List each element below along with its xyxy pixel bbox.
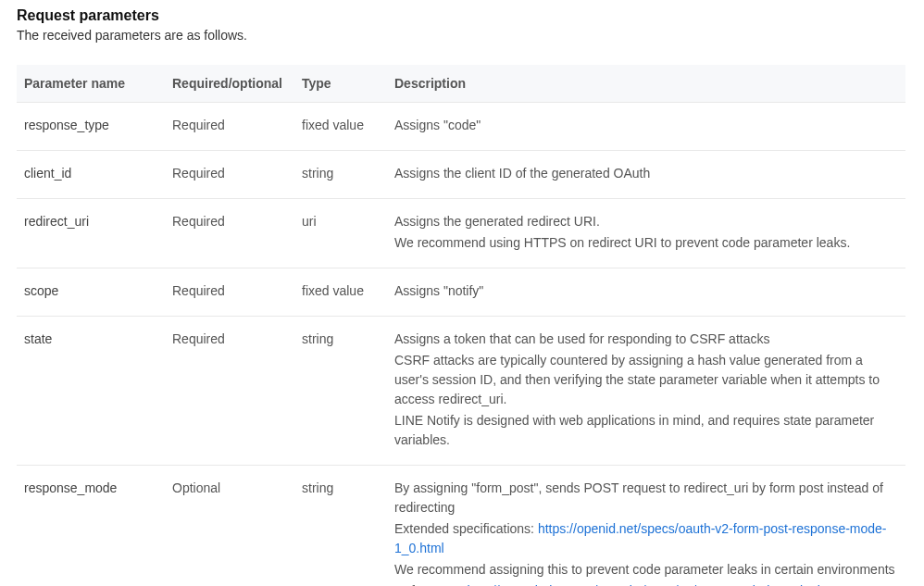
cell-required: Required [165,268,294,317]
description-line: Assigns the client ID of the generated O… [394,164,898,183]
header-required: Required/optional [165,65,294,103]
table-row: response_modeOptionalstringBy assigning … [17,466,905,587]
table-header-row: Parameter name Required/optional Type De… [17,65,905,103]
parameters-table: Parameter name Required/optional Type De… [17,65,905,586]
cell-required: Optional [165,466,294,587]
cell-type: string [294,466,387,587]
description-text: Extended specifications: [394,521,538,536]
description-line: We recommend assigning this to prevent c… [394,560,898,580]
cell-name: response_mode [17,466,165,587]
header-type: Type [294,65,387,103]
cell-description: By assigning "form_post", sends POST req… [387,466,905,587]
cell-name: redirect_uri [17,199,165,268]
cell-type: uri [294,199,387,268]
cell-required: Required [165,199,294,268]
description-text: CSRF attacks are typically countered by … [394,353,880,406]
cell-description: Assigns the client ID of the generated O… [387,151,905,199]
cell-name: state [17,317,165,466]
cell-type: string [294,317,387,466]
description-text: We recommend assigning this to prevent c… [394,562,895,577]
cell-description: Assigns "notify" [387,268,905,317]
cell-description: Assigns "code" [387,103,905,151]
description-text: Assigns the client ID of the generated O… [394,166,650,181]
cell-required: Required [165,317,294,466]
description-text: We recommend using HTTPS on redirect URI… [394,235,850,250]
header-description: Description [387,65,905,103]
description-line: Assigns the generated redirect URI. [394,212,898,231]
description-text: By assigning "form_post", sends POST req… [394,480,883,515]
description-text: Assigns the generated redirect URI. [394,214,600,229]
description-line: Assigns "code" [394,116,898,135]
description-line: Reference：http://arstechnica.com/securit… [394,581,898,586]
section-heading: Request parameters [17,7,907,24]
description-line: LINE Notify is designed with web applica… [394,411,898,450]
description-line: Assigns "notify" [394,281,898,301]
cell-name: client_id [17,151,165,199]
table-row: client_idRequiredstringAssigns the clien… [17,151,905,199]
cell-type: string [294,151,387,199]
cell-name: scope [17,268,165,317]
description-line: By assigning "form_post", sends POST req… [394,479,898,517]
cell-description: Assigns a token that can be used for res… [387,317,905,466]
table-row: response_typeRequiredfixed valueAssigns … [17,103,905,151]
cell-type: fixed value [294,103,387,151]
cell-description: Assigns the generated redirect URI.We re… [387,199,905,268]
description-line: CSRF attacks are typically countered by … [394,351,898,409]
cell-name: response_type [17,103,165,151]
description-line: Extended specifications: https://openid.… [394,519,898,558]
description-line: Assigns a token that can be used for res… [394,330,898,349]
header-name: Parameter name [17,65,165,103]
table-row: redirect_uriRequireduriAssigns the gener… [17,199,905,268]
table-row: scopeRequiredfixed valueAssigns "notify" [17,268,905,317]
cell-type: fixed value [294,268,387,317]
table-row: stateRequiredstringAssigns a token that … [17,317,905,466]
cell-required: Required [165,151,294,199]
cell-required: Required [165,103,294,151]
description-line: We recommend using HTTPS on redirect URI… [394,233,898,253]
section-subtitle: The received parameters are as follows. [17,28,907,43]
description-text: Assigns "code" [394,118,481,132]
description-text: Assigns a token that can be used for res… [394,331,769,346]
description-text: Assigns "notify" [394,283,483,298]
description-text: LINE Notify is designed with web applica… [394,413,874,447]
